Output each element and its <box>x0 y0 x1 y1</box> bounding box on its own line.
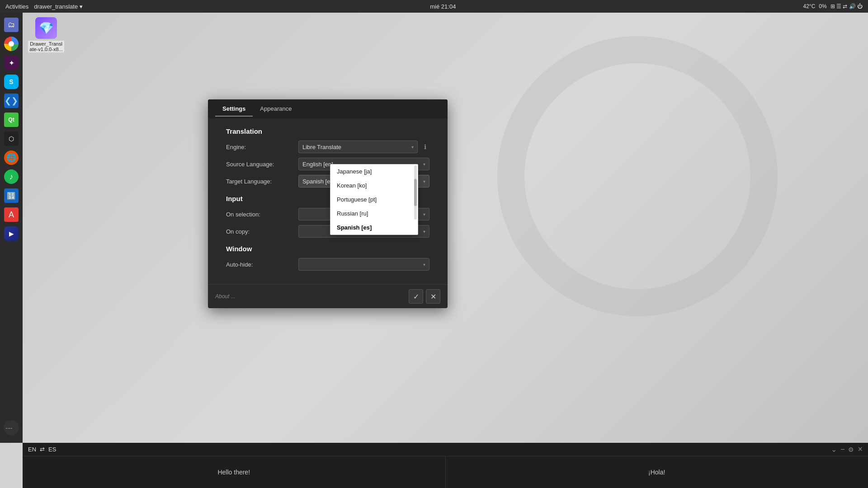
topbar: Activities drawer_translate ▾ mié 21:04 … <box>0 0 868 13</box>
activities-button[interactable]: Activities <box>5 3 28 10</box>
dropdown-scrollbar[interactable] <box>414 165 417 220</box>
topbar-datetime: mié 21:04 <box>430 3 456 10</box>
collapse-button[interactable]: ⌄ <box>831 445 837 454</box>
source-text: Hello there! <box>217 469 250 476</box>
calc-dock-icon[interactable]: 🔢 <box>3 187 20 204</box>
on-copy-label: On copy: <box>226 228 298 235</box>
source-lang-indicator: EN <box>28 446 36 453</box>
translate-dock-icon2[interactable]: ▶ <box>3 225 20 242</box>
source-lang-label: Source Language: <box>226 161 298 168</box>
chrome-dock-icon[interactable] <box>3 35 20 52</box>
tab-appearance[interactable]: Appearance <box>253 102 299 117</box>
dropdown-item-russian[interactable]: Russian [ru] <box>330 206 418 221</box>
vscode-dock-icon[interactable]: ❮❯ <box>3 92 20 109</box>
desktop: Activities drawer_translate ▾ mié 21:04 … <box>0 0 868 488</box>
footer-buttons: ✓ ✕ <box>409 289 440 304</box>
auto-hide-label: Auto-hide: <box>226 261 298 268</box>
target-text-pane: ¡Hola! <box>446 456 868 488</box>
engine-label: Engine: <box>226 144 298 150</box>
translation-bar-langs: EN ⇄ ES <box>28 446 56 453</box>
about-link[interactable]: About ... <box>215 293 236 300</box>
dropdown-item-korean[interactable]: Korean [ko] <box>330 178 418 192</box>
cancel-button[interactable]: ✕ <box>426 289 440 304</box>
desktop-file-icon[interactable]: 💎 Drawer_Translate-v1.0.0-x8... <box>28 17 64 52</box>
source-lang-arrow: ▾ <box>423 162 425 167</box>
translation-bar: EN ⇄ ES ⌄ − ⚙ × Hello there! ¡Hola! <box>23 443 868 488</box>
dropdown-item-japanese[interactable]: Japanese [ja] <box>330 164 418 178</box>
files-dock-icon[interactable]: 🗂 <box>3 16 20 33</box>
temperature-indicator: 42°C <box>803 3 816 9</box>
spotify-dock-icon[interactable]: ♪ <box>3 168 20 185</box>
auto-hide-arrow: ▾ <box>423 262 425 267</box>
minimize-button[interactable]: − <box>840 446 844 454</box>
auto-hide-select[interactable]: ▾ <box>298 258 429 271</box>
on-copy-arrow: ▾ <box>423 229 425 234</box>
settings-button[interactable]: ⚙ <box>848 446 854 453</box>
swap-langs-button[interactable]: ⇄ <box>40 446 45 453</box>
target-lang-dropdown: Japanese [ja] Korean [ko] Portuguese [pt… <box>330 164 418 235</box>
engine-row: Engine: Libre Translate ▾ ℹ <box>226 141 429 153</box>
dialog-tabs: Settings Appearance <box>208 99 448 118</box>
target-lang-indicator: ES <box>48 446 56 453</box>
target-text: ¡Hola! <box>648 469 665 476</box>
unity-dock-icon[interactable]: ⬡ <box>3 130 20 147</box>
slack-dock-icon[interactable]: ✦ <box>3 54 20 71</box>
source-text-pane: Hello there! <box>23 456 446 488</box>
app-name[interactable]: drawer_translate ▾ <box>34 3 83 10</box>
desktop-icon-label: Drawer_Translate-v1.0.0-x8... <box>28 41 64 52</box>
window-section-title: Window <box>226 245 429 253</box>
engine-select[interactable]: Libre Translate ▾ <box>298 141 418 153</box>
skype-dock-icon[interactable]: S <box>3 73 20 90</box>
dock: 🗂 ✦ S ❮❯ Qt ⬡ 🌐 ♪ 🔢 <box>0 13 23 443</box>
dropdown-item-spanish[interactable]: Spanish [es] <box>330 221 418 235</box>
dropdown-item-portuguese[interactable]: Portuguese [pt] <box>330 192 418 206</box>
qt-dock-icon[interactable]: Qt <box>3 111 20 128</box>
tab-settings[interactable]: Settings <box>215 102 253 117</box>
engine-info-icon[interactable]: ℹ <box>420 142 429 151</box>
dialog-footer: About ... ✓ ✕ <box>208 284 448 308</box>
translation-section-title: Translation <box>226 127 429 135</box>
engine-select-arrow: ▾ <box>411 145 414 150</box>
close-button[interactable]: × <box>858 445 863 454</box>
topbar-right: 42°C 0% ⊞ ☰ ⇄ 🔊 ⏻ <box>803 3 863 9</box>
appstore-dock-icon[interactable]: A <box>3 206 20 223</box>
system-tray[interactable]: ⊞ ☰ ⇄ 🔊 ⏻ <box>830 3 863 9</box>
auto-hide-row: Auto-hide: ▾ <box>226 258 429 271</box>
on-selection-label: On selection: <box>226 211 298 218</box>
topbar-left: Activities drawer_translate ▾ <box>5 3 83 10</box>
globe-dock-icon[interactable]: 🌐 <box>3 149 20 166</box>
show-apps-button[interactable]: ···· <box>4 420 19 436</box>
translation-bar-controls: ⌄ − ⚙ × <box>831 445 863 454</box>
target-lang-arrow: ▾ <box>423 179 425 184</box>
on-selection-arrow: ▾ <box>423 212 425 217</box>
dropdown-scrollbar-thumb <box>414 179 417 206</box>
translation-bar-content: Hello there! ¡Hola! <box>23 456 868 488</box>
translation-bar-header: EN ⇄ ES ⌄ − ⚙ × <box>23 443 868 456</box>
cpu-indicator: 0% <box>819 3 826 9</box>
target-lang-label: Target Language: <box>226 178 298 185</box>
ok-button[interactable]: ✓ <box>409 289 423 304</box>
